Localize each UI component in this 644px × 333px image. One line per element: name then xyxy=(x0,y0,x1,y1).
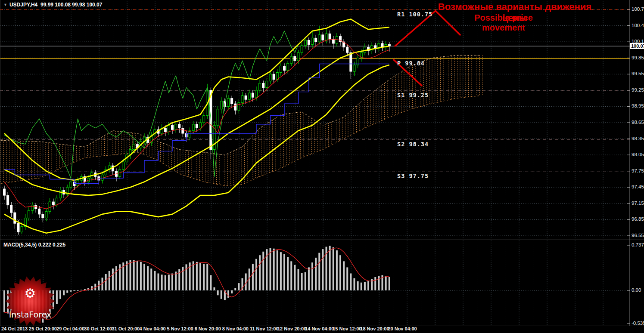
annotation-text-english: Possible price movement xyxy=(452,13,555,33)
symbol-period-label: USDJPY,H4 xyxy=(9,2,37,8)
macd-histogram-bar xyxy=(175,271,177,290)
macd-histogram-bar xyxy=(305,272,306,290)
macd-histogram-bar xyxy=(259,255,261,290)
macd-histogram-bar xyxy=(105,274,107,290)
time-axis-label: 30 Oct 12:00 xyxy=(84,327,112,331)
price-axis-label: 96.55 xyxy=(632,233,644,238)
macd-histogram-bar xyxy=(252,264,254,290)
macd-histogram-bar xyxy=(137,261,138,290)
macd-histogram-bar xyxy=(255,259,257,290)
macd-histogram-bar xyxy=(168,274,170,290)
macd-histogram-bar xyxy=(294,265,296,290)
macd-histogram-bar xyxy=(367,281,369,290)
price-chart-canvas[interactable] xyxy=(0,0,644,333)
macd-histogram-bar xyxy=(171,274,173,290)
pivot-level-label: S3 97.75 xyxy=(397,173,429,179)
macd-histogram-bar xyxy=(385,276,387,290)
macd-histogram-bar xyxy=(130,260,131,291)
time-axis-label: 12 Nov 20:00 xyxy=(277,327,306,331)
macd-histogram-bar xyxy=(59,290,61,299)
time-axis-label: 8 Nov 04:00 xyxy=(222,327,249,331)
macd-histogram-bar xyxy=(150,268,152,290)
macd-histogram-bar xyxy=(273,249,275,290)
macd-histogram-bar xyxy=(357,281,359,290)
macd-histogram-bar xyxy=(161,274,163,290)
macd-histogram-bar xyxy=(227,290,229,298)
macd-histogram-bar xyxy=(217,290,219,295)
price-axis-label: 100.75 xyxy=(632,7,644,12)
price-axis-label: 97.15 xyxy=(632,201,644,206)
macd-histogram-bar xyxy=(315,258,317,290)
time-axis-label: 6 Nov 20:00 xyxy=(195,327,221,331)
time-axis-label: 20 Nov 04:00 xyxy=(388,327,417,331)
macd-histogram-bar xyxy=(283,254,285,290)
macd-histogram-bar xyxy=(287,257,289,290)
macd-histogram-bar xyxy=(270,248,271,290)
ohlc-values-label: 99.99 100.08 99.98 100.07 xyxy=(40,2,102,8)
macd-histogram-bar xyxy=(112,268,114,290)
collapse-triangle-icon[interactable]: ▼ xyxy=(3,3,7,7)
pivot-level-label: S1 99.25 xyxy=(397,92,429,99)
time-axis-label: 11 Nov 12:00 xyxy=(250,327,279,331)
macd-histogram-bar xyxy=(389,277,390,290)
macd-histogram-bar xyxy=(329,246,331,290)
pivot-level-label: P 99.84 xyxy=(397,60,425,67)
macd-histogram-bar xyxy=(196,262,198,290)
price-axis-label: 97.45 xyxy=(632,185,644,190)
macd-histogram-bar xyxy=(339,255,341,290)
macd-histogram-bar xyxy=(308,267,310,290)
macd-histogram-bar xyxy=(214,287,215,290)
macd-histogram-bar xyxy=(346,267,348,290)
macd-axis-min-label: -0.535 xyxy=(632,321,644,326)
macd-histogram-bar xyxy=(301,273,303,290)
time-axis-label: 31 Oct 20:00 xyxy=(112,327,140,331)
chart-title: ▼USDJPY,H4 99.99 100.08 99.98 100.07 xyxy=(3,2,102,8)
macd-histogram-bar xyxy=(182,267,184,290)
time-axis-label: 14 Nov 04:00 xyxy=(305,327,334,331)
price-axis-label: 98.65 xyxy=(632,120,644,125)
macd-histogram-bar xyxy=(221,290,222,299)
macd-histogram-bar xyxy=(262,252,264,290)
macd-histogram-bar xyxy=(374,277,376,290)
macd-histogram-bar xyxy=(199,263,201,290)
instaforex-watermark: ⚙ InstaForex xyxy=(3,276,57,330)
macd-histogram-bar xyxy=(70,290,72,292)
macd-histogram-bar xyxy=(290,261,292,290)
macd-histogram-bar xyxy=(277,250,278,290)
macd-histogram-bar xyxy=(333,247,334,290)
macd-histogram-bar xyxy=(147,266,149,290)
instaforex-starburst-icon: ⚙ xyxy=(3,276,57,329)
macd-histogram-bar xyxy=(322,249,324,290)
macd-histogram-bar xyxy=(154,271,156,290)
pivot-level-label: R1 100.75 xyxy=(397,11,432,18)
macd-histogram-bar xyxy=(298,269,299,290)
time-axis-label: 5 Nov 12:00 xyxy=(167,327,193,331)
macd-histogram-bar xyxy=(140,262,142,290)
macd-histogram-bar xyxy=(133,260,135,291)
macd-histogram-bar xyxy=(74,290,75,291)
macd-axis-max-label: 0.737 xyxy=(632,243,644,248)
macd-histogram-bar xyxy=(109,271,110,290)
macd-histogram-bar xyxy=(354,278,355,290)
macd-histogram-bar xyxy=(280,252,282,290)
macd-histogram-bar xyxy=(203,264,205,290)
macd-histogram-bar xyxy=(193,261,194,290)
macd-histogram-bar xyxy=(364,282,366,290)
time-axis-label: 18 Nov 20:00 xyxy=(360,327,389,331)
macd-axis-zero-label: 0.00 xyxy=(632,288,641,293)
time-axis-label: 29 Oct 04:00 xyxy=(56,327,84,331)
macd-histogram-bar xyxy=(361,283,362,290)
macd-histogram-bar xyxy=(210,275,212,290)
macd-histogram-bar xyxy=(206,264,208,290)
time-axis-label: 4 Nov 04:00 xyxy=(140,327,166,331)
price-axis-label: 99.55 xyxy=(632,72,644,77)
price-axis-label: 97.75 xyxy=(632,169,644,174)
macd-histogram-bar xyxy=(343,261,345,290)
macd-histogram-bar xyxy=(126,261,128,290)
macd-histogram-bar xyxy=(81,290,82,290)
price-axis-label: 98.35 xyxy=(632,136,644,142)
macd-histogram-bar xyxy=(63,290,65,295)
macd-histogram-bar xyxy=(371,279,373,290)
macd-histogram-bar xyxy=(238,283,240,290)
macd-histogram-bar xyxy=(165,275,166,290)
